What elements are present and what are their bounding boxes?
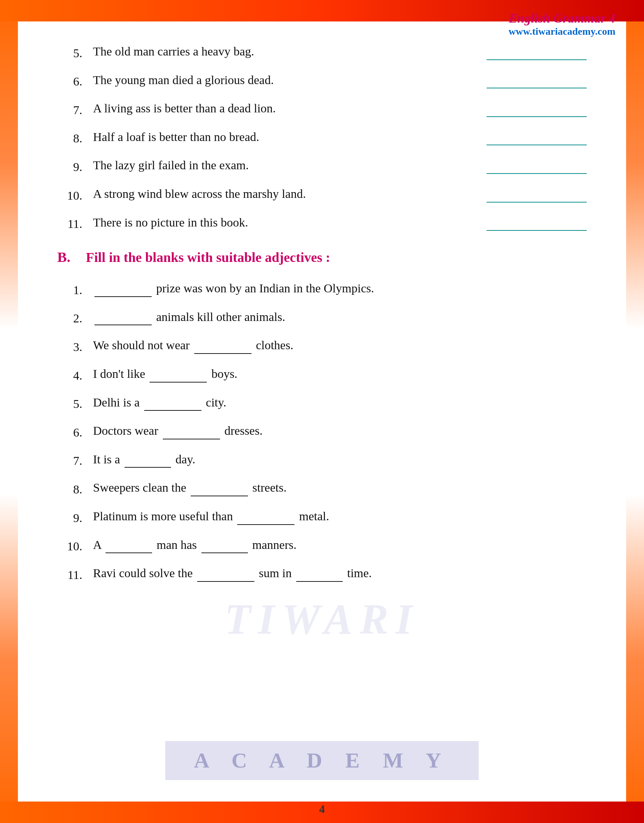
list-item: 8. Half a loaf is better than no bread. [57,129,587,146]
blank-item: 5. Delhi is a city. [57,394,587,411]
item-number: 5. [57,46,93,60]
blank-item: 10. A man has manners. [57,536,587,553]
item-text: We should not wear clothes. [93,337,587,354]
list-item: 11. There is no picture in this book. [57,214,587,231]
blank-field-2[interactable] [296,573,343,582]
item-text: The young man died a glorious dead. [93,72,472,89]
item-number: 8. [57,132,93,145]
blank-item: 6. Doctors wear dresses. [57,422,587,440]
item-number: 8. [57,483,93,496]
blank-field-2[interactable] [201,545,248,553]
item-number: 6. [57,426,93,440]
item-number: 10. [57,189,93,202]
item-number: 2. [57,312,93,325]
list-item: 9. The lazy girl failed in the exam. [57,157,587,174]
logo-text: A C A D E M Y [194,748,450,773]
item-text: The lazy girl failed in the exam. [93,157,472,174]
item-number: 3. [57,340,93,354]
blank-item: 4. I don't like boys. [57,365,587,383]
blank-item: 7. It is a day. [57,451,587,468]
blank-field[interactable] [124,459,171,468]
item-text: Platinum is more useful than metal. [93,508,587,525]
blank-field[interactable] [95,317,152,325]
answer-underline [486,110,587,117]
item-number: 9. [57,160,93,174]
blank-field[interactable] [144,402,201,411]
item-text: I don't like boys. [93,365,587,383]
blank-item: 9. Platinum is more useful than metal. [57,508,587,525]
item-text: Delhi is a city. [93,394,587,411]
item-text: Doctors wear dresses. [93,422,587,440]
item-number: 10. [57,539,93,553]
item-number: 11. [57,217,93,231]
item-text: A strong wind blew across the marshy lan… [93,185,472,202]
right-decorative-bar [626,0,644,823]
blank-item: 3. We should not wear clothes. [57,337,587,354]
item-number: 4. [57,369,93,383]
item-number: 11. [57,568,93,582]
item-text: There is no picture in this book. [93,214,472,231]
answer-underline [486,53,587,60]
item-text: The old man carries a heavy bag. [93,43,472,60]
item-text: A living ass is better than a dead lion. [93,100,472,117]
item-text: Ravi could solve the sum in time. [93,565,587,582]
list-item: 10. A strong wind blew across the marshy… [57,185,587,202]
section-title: Fill in the blanks with suitable adjecti… [86,250,330,265]
blank-field[interactable] [95,288,152,297]
blank-field[interactable] [194,345,251,354]
item-number: 5. [57,397,93,411]
blank-field[interactable] [237,516,294,525]
blank-item: 2. animals kill other animals. [57,308,587,326]
blank-item: 8. Sweepers clean the streets. [57,479,587,496]
answer-underline [486,81,587,88]
logo-box: A C A D E M Y [165,741,479,780]
item-text: prize was won by an Indian in the Olympi… [93,280,587,297]
section-a-items: 5. The old man carries a heavy bag. 6. T… [57,43,587,231]
blank-item: 11. Ravi could solve the sum in time. [57,565,587,582]
answer-underline [486,195,587,202]
blank-field-1[interactable] [197,573,255,582]
answer-underline [486,224,587,231]
list-item: 5. The old man carries a heavy bag. [57,43,587,60]
item-number: 6. [57,75,93,88]
watermark-tiwari: TIWARI [225,595,420,644]
book-title: English Grammar 4 [508,11,615,26]
book-number: 4 [609,11,615,25]
item-text: animals kill other animals. [93,308,587,326]
section-b-header: B. Fill in the blanks with suitable adje… [57,249,587,265]
item-text: A man has manners. [93,536,587,553]
section-b-items: 1. prize was won by an Indian in the Oly… [57,280,587,582]
item-number: 7. [57,454,93,468]
item-number: 9. [57,511,93,525]
blank-field[interactable] [150,374,207,383]
left-decorative-bar [0,0,18,823]
section-letter: B. [57,249,86,265]
website-url: www.tiwariacademy.com [508,26,615,37]
page-header: English Grammar 4 www.tiwariacademy.com [508,11,615,37]
blank-item: 1. prize was won by an Indian in the Oly… [57,280,587,297]
blank-field[interactable] [163,431,220,440]
blank-field-1[interactable] [106,545,152,553]
item-number: 7. [57,103,93,117]
item-text: Sweepers clean the streets. [93,479,587,496]
answer-underline [486,167,587,174]
list-item: 7. A living ass is better than a dead li… [57,100,587,117]
list-item: 6. The young man died a glorious dead. [57,72,587,89]
blank-field[interactable] [191,488,248,496]
main-content: 5. The old man carries a heavy bag. 6. T… [36,29,608,601]
item-number: 1. [57,284,93,297]
page-number: 4 [319,803,325,816]
answer-underline [486,138,587,145]
item-text: It is a day. [93,451,587,468]
item-text: Half a loaf is better than no bread. [93,129,472,146]
